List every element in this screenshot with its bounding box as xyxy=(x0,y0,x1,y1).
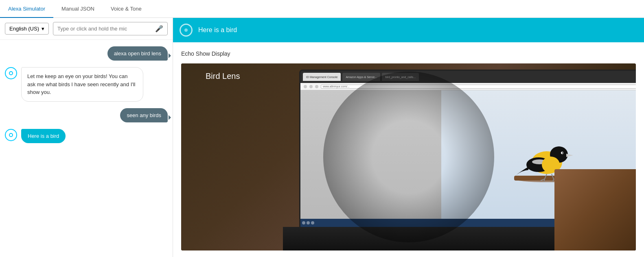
mic-icon[interactable]: 🎤 xyxy=(155,25,163,33)
alexa-row-1: Let me keep an eye on your birds! You ca… xyxy=(5,67,168,102)
chat-area: alexa open bird lens Let me keep an eye … xyxy=(0,40,173,257)
alexa-ring xyxy=(180,24,193,37)
alexa-avatar-2 xyxy=(5,129,17,141)
alexa-bubble-1: Let me keep an eye on your birds! You ca… xyxy=(21,67,143,102)
display-area: Bird Lens ID Management Console Amazon A… xyxy=(181,63,636,250)
user-bubble-1: alexa open bird lens xyxy=(107,46,168,61)
forward-btn[interactable] xyxy=(309,85,313,88)
browser-tab-1: ID Management Console xyxy=(303,73,341,81)
alexa-row-2: Here is a bird xyxy=(5,129,168,143)
alexa-avatar-1 xyxy=(5,67,17,79)
alexa-response-bubble: Here is a bird xyxy=(21,129,66,143)
tab-manual-json[interactable]: Manual JSON xyxy=(53,0,103,18)
back-btn[interactable] xyxy=(304,85,307,88)
browser-tab-3: bird_pronto_and_calls... xyxy=(382,73,419,81)
user-bubble-2: seen any birds xyxy=(120,108,168,122)
bird-lens-label: Bird Lens xyxy=(206,72,240,81)
tab-alexa-simulator[interactable]: Alexa Simulator xyxy=(0,0,53,18)
refresh-btn[interactable] xyxy=(315,85,318,88)
svg-point-9 xyxy=(562,152,563,154)
browser-tab-2: Amazon Apps & Servic... xyxy=(342,73,380,81)
laptop-container: ID Management Console Amazon Apps & Serv… xyxy=(181,63,636,250)
taskbar-dot-3 xyxy=(311,221,314,224)
tab-voice-tone[interactable]: Voice & Tone xyxy=(103,0,150,18)
mic-input-wrap[interactable]: 🎤 xyxy=(53,22,168,35)
language-selector[interactable]: English (US) ▾ xyxy=(5,23,49,35)
type-input[interactable] xyxy=(57,26,155,32)
echo-show-title: Echo Show Display xyxy=(181,50,636,57)
alexa-top-bar: Here is a bird xyxy=(173,18,644,42)
address-bar: www.allnmyur.com/... xyxy=(300,83,636,90)
right-panel: Here is a bird Echo Show Display Bird Le… xyxy=(173,18,644,257)
controls-row: English (US) ▾ 🎤 xyxy=(0,18,173,40)
alexa-ring-inner xyxy=(184,28,188,32)
alexa-top-text: Here is a bird xyxy=(198,26,237,34)
browser-tabs: ID Management Console Amazon Apps & Serv… xyxy=(300,71,636,83)
taskbar-dot-2 xyxy=(307,221,310,224)
tab-bar: Alexa Simulator Manual JSON Voice & Tone xyxy=(0,0,644,18)
echo-show-section: Echo Show Display Bird Lens ID Managemen… xyxy=(173,42,644,257)
main-layout: English (US) ▾ 🎤 alexa open bird lens xyxy=(0,18,644,257)
user-message-1-row: alexa open bird lens xyxy=(5,46,168,61)
left-panel: English (US) ▾ 🎤 alexa open bird lens xyxy=(0,18,173,257)
chevron-down-icon: ▾ xyxy=(42,26,44,32)
taskbar-dot-1 xyxy=(302,221,305,224)
screen-left-panel xyxy=(300,90,441,227)
alexa-avatar-inner-2 xyxy=(9,133,13,137)
wood-shelf xyxy=(554,169,636,250)
address-field[interactable]: www.allnmyur.com/... xyxy=(321,85,636,89)
language-label: English (US) xyxy=(9,26,39,32)
user-message-2-row: seen any birds xyxy=(5,108,168,122)
svg-marker-7 xyxy=(566,154,573,157)
alexa-avatar-inner-1 xyxy=(9,71,13,75)
